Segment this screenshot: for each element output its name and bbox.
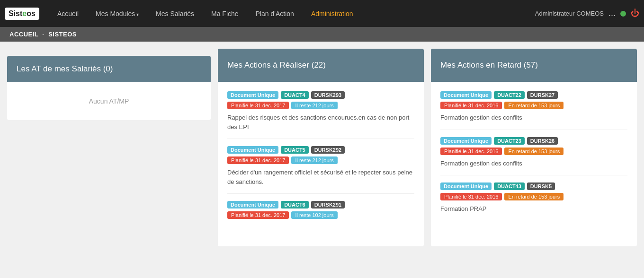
right-card-body: Document Unique DUACT22 DURSK27 Planifié… — [431, 82, 637, 246]
action-tags: Document Unique DUACT6 DURSK291 — [227, 201, 414, 208]
nav-ma-fiche[interactable]: Ma Fiche — [203, 10, 247, 17]
breadcrumb-home[interactable]: ACCUEIL — [9, 31, 38, 38]
middle-card-header: Mes Actions à Réaliser (22) — [218, 49, 424, 82]
action-desc: Rappel des risques et des sanctions enco… — [227, 113, 414, 131]
tag-dursk27: DURSK27 — [527, 91, 558, 99]
action-item: Document Unique DUACT22 DURSK27 Planifié… — [440, 91, 627, 130]
date-tag-planned: Planifié le 31 dec. 2017 — [227, 211, 289, 219]
action-date-tags: Planifié le 31 dec. 2017 Il reste 212 jo… — [227, 102, 414, 109]
date-tag-late: En retard de 153 jours — [504, 148, 564, 155]
tag-duact22: DUACT22 — [494, 91, 525, 99]
action-desc: Formation gestion des conflits — [440, 113, 627, 122]
tag-dursk26: DURSK26 — [527, 137, 558, 145]
main-content: Création d'un AT/MP Cliquez ici pour réa… — [0, 42, 644, 253]
at-salaries-body: Aucun AT/MP — [7, 82, 211, 120]
action-desc: Décider d'un rangement officiel et sécur… — [227, 168, 414, 186]
action-item: Document Unique DUACT5 DURSK292 Planifié… — [227, 146, 414, 194]
power-button[interactable]: ⏻ — [631, 9, 639, 18]
date-tag-planned: Planifié le 31 dec. 2016 — [440, 148, 502, 155]
right-card-header: Mes Actions en Retard (57) — [431, 49, 637, 82]
date-tag-planned: Planifié le 31 dec. 2017 — [227, 102, 289, 109]
right-panel: Mes Actions en Retard (57) Document Uniq… — [431, 49, 637, 246]
action-item: Document Unique DUACT4 DURSK293 Planifié… — [227, 91, 414, 139]
at-salaries-empty: Aucun AT/MP — [89, 97, 129, 105]
date-tag-planned: Planifié le 31 dec. 2016 — [440, 102, 502, 109]
admin-name: Administrateur COMEOS — [535, 10, 604, 17]
tag-document-unique: Document Unique — [227, 201, 278, 208]
date-tag-late: En retard de 153 jours — [504, 102, 564, 109]
action-tags: Document Unique DUACT4 DURSK293 — [227, 91, 414, 99]
action-date-tags: Planifié le 31 dec. 2017 Il reste 212 jo… — [227, 156, 414, 164]
middle-panel: Mes Actions à Réaliser (22) Document Uni… — [218, 49, 424, 246]
left-panel: Création d'un AT/MP Cliquez ici pour réa… — [7, 49, 211, 246]
action-tags: Document Unique DUACT5 DURSK292 — [227, 146, 414, 154]
nav-mes-salaries[interactable]: Mes Salariés — [147, 10, 203, 17]
action-item: Document Unique DUACT23 DURSK26 Planifié… — [440, 137, 627, 176]
nav-accueil[interactable]: Accueil — [49, 10, 87, 17]
action-desc: Formation PRAP — [440, 204, 627, 214]
navbar-right: Administrateur COMEOS ... ⏻ — [535, 9, 639, 18]
breadcrumb-current: SISTEOS — [48, 31, 77, 38]
breadcrumb-separator: - — [42, 31, 45, 38]
tag-duact23: DUACT23 — [494, 137, 525, 145]
action-date-tags: Planifié le 31 dec. 2016 En retard de 15… — [440, 102, 627, 109]
breadcrumb: ACCUEIL - SISTEOS — [0, 27, 644, 42]
tag-document-unique: Document Unique — [440, 137, 492, 145]
action-date-tags: Planifié le 31 dec. 2016 En retard de 15… — [440, 148, 627, 155]
at-salaries-header: Les AT de mes Salariés (0) — [7, 56, 211, 82]
date-tag-late: En retard de 153 jours — [504, 193, 564, 200]
at-salaries-card: Les AT de mes Salariés (0) Aucun AT/MP — [7, 56, 211, 120]
action-desc: Formation gestion des conflits — [440, 159, 627, 168]
tag-document-unique: Document Unique — [440, 182, 492, 190]
action-item: Document Unique DUACT43 DURSK5 Planifié … — [440, 182, 627, 221]
tag-document-unique: Document Unique — [227, 146, 278, 154]
action-tags: Document Unique DUACT43 DURSK5 — [440, 182, 627, 190]
date-tag-remaining: Il reste 212 jours — [291, 102, 337, 109]
dot-menu[interactable]: ... — [608, 9, 616, 18]
tag-dursk5: DURSK5 — [527, 182, 555, 190]
tag-duact43: DUACT43 — [494, 182, 525, 190]
tag-dursk291: DURSK291 — [311, 201, 345, 208]
nav-administration[interactable]: Administration — [303, 10, 362, 17]
tag-dursk293: DURSK293 — [311, 91, 345, 99]
nav-mes-modules[interactable]: Mes Modules — [87, 10, 147, 17]
navbar: Sisteos Accueil Mes Modules Mes Salariés… — [0, 0, 644, 27]
tag-duact6: DUACT6 — [281, 201, 309, 208]
action-date-tags: Planifié le 31 dec. 2016 En retard de 15… — [440, 193, 627, 200]
middle-card-body: Document Unique DUACT4 DURSK293 Planifié… — [218, 82, 424, 246]
logo-accent: e — [22, 9, 27, 18]
tag-document-unique: Document Unique — [227, 91, 278, 99]
action-tags: Document Unique DUACT22 DURSK27 — [440, 91, 627, 99]
tag-duact5: DUACT5 — [281, 146, 309, 154]
date-tag-planned: Planifié le 31 dec. 2016 — [440, 193, 502, 200]
nav-plan-action[interactable]: Plan d'Action — [247, 10, 303, 17]
action-date-tags: Planifié le 31 dec. 2017 Il reste 102 jo… — [227, 211, 414, 219]
date-tag-planned: Planifié le 31 dec. 2017 — [227, 156, 289, 164]
online-indicator — [620, 11, 626, 17]
date-tag-remaining: Il reste 212 jours — [291, 156, 337, 164]
date-tag-remaining: Il reste 102 jours — [291, 211, 337, 219]
logo[interactable]: Sisteos — [5, 8, 39, 20]
action-tags: Document Unique DUACT23 DURSK26 — [440, 137, 627, 145]
right-title: Mes Actions en Retard (57) — [440, 61, 538, 70]
tag-duact4: DUACT4 — [281, 91, 309, 99]
tag-document-unique: Document Unique — [440, 91, 492, 99]
middle-title: Mes Actions à Réaliser (22) — [227, 61, 326, 70]
tag-dursk292: DURSK292 — [311, 146, 345, 154]
action-item: Document Unique DUACT6 DURSK291 Planifié… — [227, 201, 414, 230]
at-salaries-title: Les AT de mes Salariés (0) — [17, 64, 113, 73]
nav-menu: Accueil Mes Modules Mes Salariés Ma Fich… — [49, 10, 535, 17]
